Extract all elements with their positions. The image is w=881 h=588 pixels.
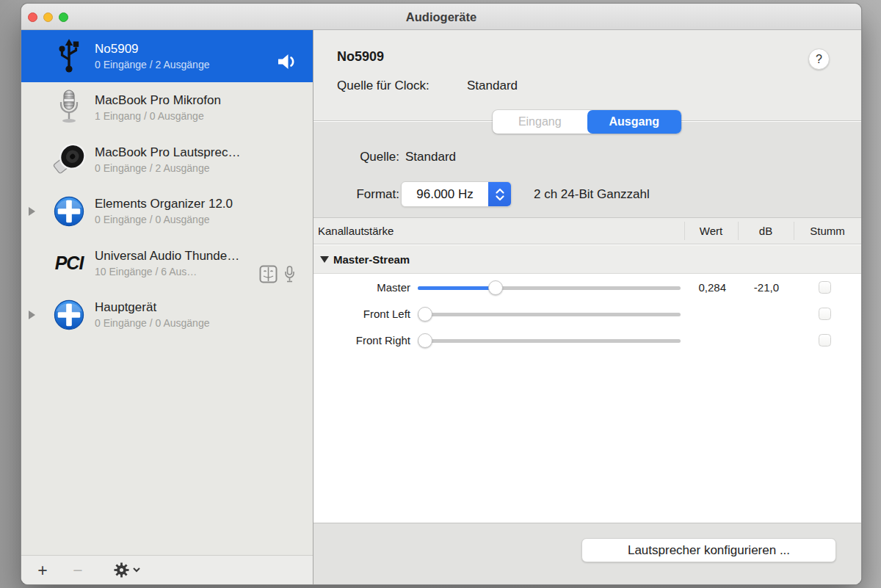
chevron-down-icon xyxy=(133,567,140,573)
channel-table-header: Kanallautstärke Wert dB Stumm xyxy=(313,218,861,244)
group-label: Master-Stream xyxy=(333,253,410,266)
channel-rows: Master 0,284 -21,0 Front Left xyxy=(313,275,861,354)
device-subtitle: 0 Eingänge / 2 Ausgänge xyxy=(95,59,209,70)
speaker-icon xyxy=(47,139,91,179)
column-channel: Kanallautstärke xyxy=(318,218,394,244)
device-header-section: No5909 Quelle für Clock: Standard ? xyxy=(313,30,861,121)
device-list-sidebar: No5909 0 Eingänge / 2 Ausgänge xyxy=(21,30,313,584)
disclosure-down-icon[interactable] xyxy=(320,256,329,263)
io-tab-control: Eingang Ausgang xyxy=(493,110,681,134)
channel-db: -21,0 xyxy=(738,275,779,301)
add-device-button[interactable]: + xyxy=(30,556,55,584)
help-button[interactable]: ? xyxy=(808,48,830,70)
device-subtitle: 0 Eingänge / 0 Ausgänge xyxy=(95,317,209,329)
channel-label: Front Right xyxy=(313,327,410,354)
column-wert: Wert xyxy=(684,218,738,244)
slider-thumb[interactable] xyxy=(418,307,432,322)
slider-thumb[interactable] xyxy=(488,280,503,295)
disclosure-triangle-icon[interactable] xyxy=(29,311,35,319)
volume-slider[interactable] xyxy=(418,286,681,290)
device-title: Universal Audio Thunde… xyxy=(95,249,239,264)
channel-row-front-right: Front Right xyxy=(313,327,861,354)
sidebar-toolbar: + − xyxy=(21,555,313,584)
system-device-badge-icon xyxy=(259,265,278,283)
slider-thumb[interactable] xyxy=(418,333,432,348)
channel-label: Front Left xyxy=(313,301,410,327)
device-title: No5909 xyxy=(95,42,209,57)
usb-icon xyxy=(56,37,82,74)
tab-ausgang[interactable]: Ausgang xyxy=(587,110,682,134)
device-name-heading: No5909 xyxy=(337,49,384,65)
device-subtitle: 0 Eingänge / 2 Ausgänge xyxy=(95,162,240,174)
titlebar: Audiogeräte xyxy=(21,4,861,30)
channel-value: 0,284 xyxy=(684,275,726,301)
master-stream-group-row[interactable]: Master-Stream xyxy=(313,245,861,274)
format-label: Format: xyxy=(337,187,399,202)
column-db: dB xyxy=(738,218,794,244)
remove-device-button[interactable]: − xyxy=(65,556,90,584)
sidebar-item-universal-audio[interactable]: PCI Universal Audio Thunde… 10 Eingänge … xyxy=(21,237,313,289)
sidebar-item-elements-organizer[interactable]: Elements Organizer 12.0 0 Eingänge / 0 A… xyxy=(21,186,313,238)
source-value: Standard xyxy=(405,150,456,164)
format-detail: 2 ch 24-Bit Ganzzahl xyxy=(534,187,650,202)
mute-checkbox[interactable] xyxy=(819,281,831,294)
gear-icon xyxy=(114,562,129,578)
device-subtitle: 10 Eingänge / 6 Aus… xyxy=(95,266,239,277)
device-subtitle: 0 Eingänge / 0 Ausgänge xyxy=(95,214,233,225)
disclosure-triangle-icon[interactable] xyxy=(29,207,35,216)
sidebar-item-hauptgeraet[interactable]: Hauptgerät 0 Eingänge / 0 Ausgänge xyxy=(21,289,313,341)
output-settings-section: Quelle: Standard Format: 96.000 Hz 2 ch … xyxy=(313,122,861,218)
aggregate-device-icon xyxy=(54,300,84,330)
mute-checkbox[interactable] xyxy=(819,308,831,320)
configure-speakers-button[interactable]: Lautsprecher konfigurieren ... xyxy=(581,538,836,562)
device-title: MacBook Pro Mikrofon xyxy=(95,93,221,108)
window-title: Audiogeräte xyxy=(21,4,861,30)
pci-icon: PCI xyxy=(55,253,84,274)
channel-row-front-left: Front Left xyxy=(313,301,861,327)
tab-eingang[interactable]: Eingang xyxy=(493,110,587,134)
sidebar-item-no5909[interactable]: No5909 0 Eingänge / 2 Ausgänge xyxy=(21,30,313,82)
audio-devices-window: Audiogeräte No590 xyxy=(21,3,862,585)
channel-row-master: Master 0,284 -21,0 xyxy=(313,275,861,301)
mute-checkbox[interactable] xyxy=(819,334,831,346)
volume-slider[interactable] xyxy=(418,313,681,316)
slider-fill xyxy=(418,286,496,290)
column-stumm: Stumm xyxy=(794,218,861,244)
channel-label: Master xyxy=(313,275,410,301)
volume-indicator-icon xyxy=(276,53,298,73)
volume-slider[interactable] xyxy=(418,339,681,343)
device-title: Hauptgerät xyxy=(95,300,209,315)
source-label: Quelle: xyxy=(337,150,399,164)
main-footer-bar: Lautsprecher konfigurieren ... xyxy=(313,523,861,584)
device-title: MacBook Pro Lautsprec… xyxy=(95,145,240,160)
aggregate-device-icon xyxy=(54,196,84,227)
clock-source-value: Standard xyxy=(467,79,518,93)
microphone-icon xyxy=(57,90,81,126)
stepper-icon[interactable] xyxy=(488,182,511,206)
sample-rate-select[interactable]: 96.000 Hz xyxy=(401,181,512,207)
device-subtitle: 1 Eingang / 0 Ausgänge xyxy=(95,110,221,122)
microphone-badge-icon xyxy=(284,266,295,283)
device-detail-panel: No5909 Quelle für Clock: Standard ? Eing… xyxy=(313,30,861,584)
sample-rate-value: 96.000 Hz xyxy=(402,182,488,206)
sidebar-item-macbook-mikrofon[interactable]: MacBook Pro Mikrofon 1 Eingang / 0 Ausgä… xyxy=(21,82,313,134)
device-title: Elements Organizer 12.0 xyxy=(95,197,233,211)
sidebar-item-macbook-lautsprecher[interactable]: MacBook Pro Lautsprec… 0 Eingänge / 2 Au… xyxy=(21,134,313,186)
clock-source-label: Quelle für Clock: xyxy=(337,79,429,93)
actions-menu-button[interactable] xyxy=(114,562,140,578)
